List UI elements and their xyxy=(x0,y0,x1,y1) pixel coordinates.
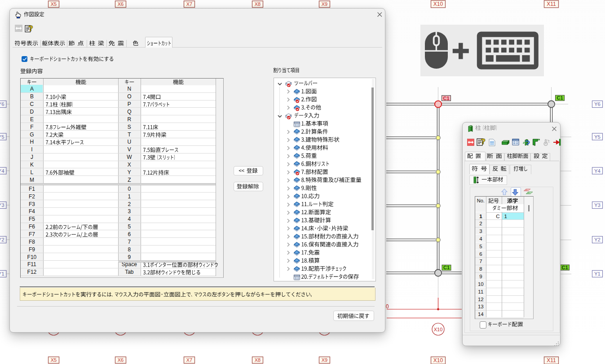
svg-text:?: ? xyxy=(28,24,33,33)
